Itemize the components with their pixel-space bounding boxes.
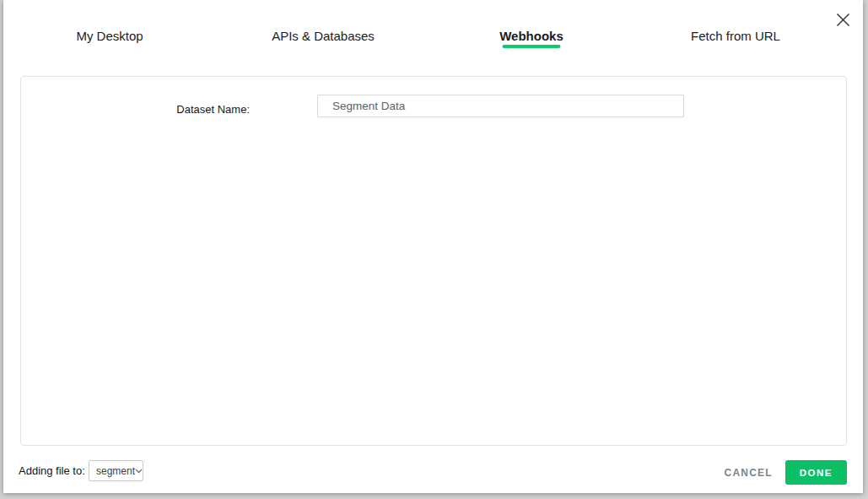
webhooks-panel: Dataset Name:	[20, 76, 847, 446]
dataset-name-label: Dataset Name:	[21, 103, 250, 116]
tab-apis-databases[interactable]: APIs & Databases	[272, 29, 375, 43]
tab-fetch-from-url[interactable]: Fetch from URL	[691, 29, 780, 43]
close-button[interactable]	[834, 11, 851, 28]
add-dataset-modal: My Desktop APIs & Databases Webhooks Fet…	[3, 0, 863, 493]
adding-file-to-label: Adding file to:	[19, 464, 85, 477]
folder-select[interactable]: segment	[89, 460, 143, 481]
tab-webhooks[interactable]: Webhooks	[499, 29, 563, 43]
footer-actions: CANCEL DONE	[725, 460, 847, 485]
folder-select-value: segment	[96, 465, 135, 477]
done-button[interactable]: DONE	[785, 460, 847, 485]
chevron-down-icon	[135, 469, 143, 474]
dataset-name-input[interactable]	[317, 95, 684, 117]
cancel-button[interactable]: CANCEL	[725, 467, 773, 479]
active-tab-underline	[503, 45, 561, 48]
tab-my-desktop[interactable]: My Desktop	[76, 29, 143, 43]
close-icon	[836, 13, 850, 27]
